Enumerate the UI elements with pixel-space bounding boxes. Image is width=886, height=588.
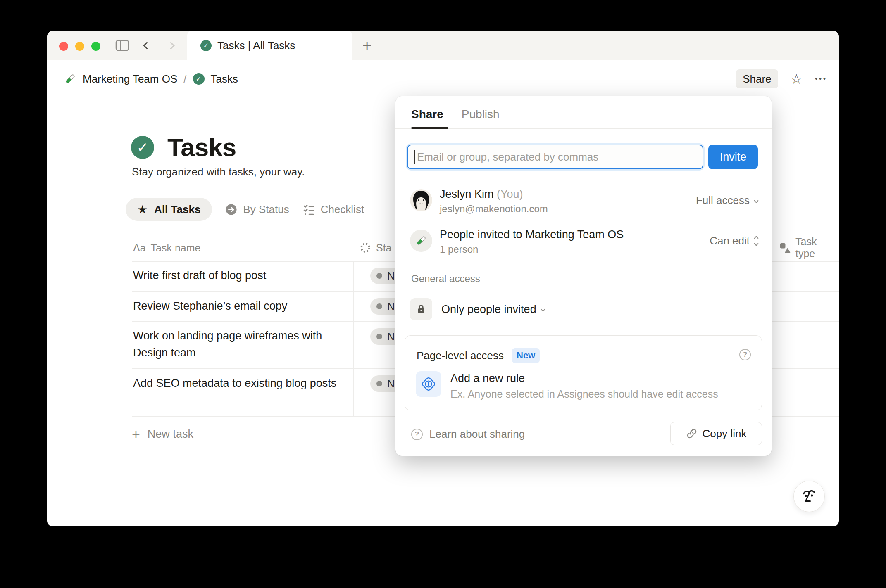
task-name-cell[interactable]: Write first draft of blog post: [133, 267, 348, 284]
learn-about-sharing-link[interactable]: ? Learn about sharing: [411, 428, 525, 441]
share-popover: Share Publish Email or group, separated …: [395, 96, 772, 456]
share-button[interactable]: Share: [736, 69, 778, 88]
view-tabs: ★ All Tasks By Status Checklist: [126, 198, 364, 221]
app-window: ✓ Tasks | All Tasks + Marketing Team OS …: [47, 31, 839, 526]
task-name-cell[interactable]: Add SEO metadata to existing blog posts: [133, 375, 348, 392]
more-options-icon[interactable]: •••: [815, 75, 827, 83]
page-title-check-icon[interactable]: ✓: [131, 136, 154, 159]
view-label: All Tasks: [154, 203, 200, 216]
page-title[interactable]: Tasks: [167, 133, 236, 162]
view-label: Checklist: [321, 203, 364, 216]
lock-icon: [410, 298, 432, 320]
column-divider: [353, 261, 354, 416]
copy-link-label: Copy link: [703, 427, 747, 440]
arrow-circle-icon: [225, 204, 237, 216]
back-icon[interactable]: [138, 31, 156, 60]
new-task-button[interactable]: + New task: [132, 426, 193, 442]
chevron-down-icon: [754, 198, 758, 203]
help-icon[interactable]: ?: [739, 349, 751, 360]
new-task-label: New task: [148, 428, 193, 441]
invite-email-input[interactable]: Email or group, separated by commas: [407, 145, 703, 169]
access-level-dropdown[interactable]: Can edit: [710, 235, 758, 247]
column-header-task-name[interactable]: Aa Task name: [133, 235, 200, 261]
view-label: By Status: [243, 203, 289, 216]
divider: [395, 128, 772, 129]
page-subtitle[interactable]: Stay organized with tasks, your way.: [132, 166, 305, 178]
general-access-dropdown[interactable]: Only people invited: [410, 298, 545, 320]
column-label: Sta: [376, 242, 392, 254]
breadcrumb-page[interactable]: Tasks: [211, 73, 238, 85]
add-rule-description: Ex. Anyone selected in Assignees should …: [450, 388, 718, 400]
access-level-dropdown[interactable]: Full access: [696, 194, 758, 207]
status-dot-icon: [376, 303, 382, 309]
help-icon: ?: [411, 429, 423, 440]
chevron-down-icon: [541, 307, 545, 311]
breadcrumb: Marketing Team OS / ✓ Tasks: [64, 73, 238, 85]
column-divider: [774, 235, 774, 416]
favorite-star-icon[interactable]: ☆: [791, 71, 803, 87]
breadcrumb-page-check-icon: ✓: [193, 73, 205, 85]
new-badge: New: [512, 348, 540, 363]
avatar: [410, 189, 432, 211]
traffic-light-minimize[interactable]: [75, 42, 84, 51]
invite-button[interactable]: Invite: [708, 145, 758, 169]
breadcrumb-separator: /: [183, 73, 186, 85]
plus-icon: +: [132, 426, 140, 442]
text-caret: [414, 150, 415, 164]
general-access-label: General access: [411, 273, 480, 285]
view-tab-all-tasks[interactable]: ★ All Tasks: [126, 198, 212, 221]
popover-tab-share[interactable]: Share: [411, 108, 443, 121]
text-property-icon: Aa: [133, 242, 146, 254]
access-level-value: Can edit: [710, 235, 750, 247]
checklist-icon: [302, 203, 315, 216]
task-name-cell[interactable]: Review Stephanie’s email copy: [133, 298, 348, 315]
add-rule-title: Add a new rule: [450, 372, 718, 385]
learn-label: Learn about sharing: [429, 428, 525, 441]
add-rule-button[interactable]: Add a new rule Ex. Anyone selected in As…: [416, 371, 718, 400]
forward-icon[interactable]: [162, 31, 180, 60]
status-spinner-icon: [360, 242, 371, 254]
column-header-status[interactable]: Sta: [360, 235, 392, 261]
link-icon: [686, 428, 698, 439]
shapes-icon: [779, 243, 791, 253]
traffic-light-zoom[interactable]: [91, 42, 100, 51]
tab-favicon-check-icon: ✓: [200, 40, 212, 51]
breadcrumb-workspace[interactable]: Marketing Team OS: [83, 73, 177, 85]
group-count: 1 person: [440, 244, 478, 255]
topbar: Marketing Team OS / ✓ Tasks Share ☆ •••: [47, 60, 839, 98]
member-you-suffix: (You): [497, 188, 523, 200]
page-level-access-card: Page-level access New ? Add a new rule E…: [405, 335, 762, 410]
column-label: Task type: [795, 236, 839, 260]
member-row[interactable]: Jeslyn Kim (You) jeslyn@makenotion.com F…: [395, 187, 772, 218]
workspace-testtube-icon: [410, 230, 432, 252]
ai-face-icon: [800, 487, 819, 506]
traffic-light-close[interactable]: [59, 42, 68, 51]
general-access-value: Only people invited: [441, 303, 536, 316]
view-tab-by-status[interactable]: By Status: [225, 203, 289, 216]
chevron-updown-icon: [755, 237, 758, 245]
sidebar-toggle-icon[interactable]: [113, 31, 131, 60]
access-level-value: Full access: [696, 194, 750, 207]
status-dot-icon: [376, 273, 382, 279]
column-label: Task name: [151, 242, 201, 254]
task-name-cell[interactable]: Work on landing page wireframes with Des…: [133, 327, 348, 361]
star-icon: ★: [137, 203, 148, 216]
active-tab-underline: [411, 127, 448, 129]
new-tab-button[interactable]: +: [358, 31, 376, 60]
column-header-task-type[interactable]: Task type: [779, 235, 839, 261]
status-dot-icon: [376, 381, 382, 386]
input-placeholder: Email or group, separated by commas: [417, 151, 598, 164]
page-level-access-title: Page-level access: [417, 349, 504, 362]
tab-title: Tasks | All Tasks: [217, 39, 295, 52]
copy-link-button[interactable]: Copy link: [670, 422, 762, 445]
view-tab-checklist[interactable]: Checklist: [302, 203, 364, 216]
member-email: jeslyn@makenotion.com: [440, 203, 548, 215]
group-name: People invited to Marketing Team OS: [440, 228, 624, 241]
member-name: Jeslyn Kim: [440, 188, 494, 200]
notion-ai-button[interactable]: [793, 481, 825, 512]
tab-tasks-all-tasks[interactable]: ✓ Tasks | All Tasks: [187, 31, 352, 60]
member-row[interactable]: People invited to Marketing Team OS 1 pe…: [395, 227, 772, 258]
workspace-testtube-icon: [64, 73, 76, 85]
popover-tab-publish[interactable]: Publish: [462, 108, 500, 121]
status-dot-icon: [376, 334, 382, 339]
